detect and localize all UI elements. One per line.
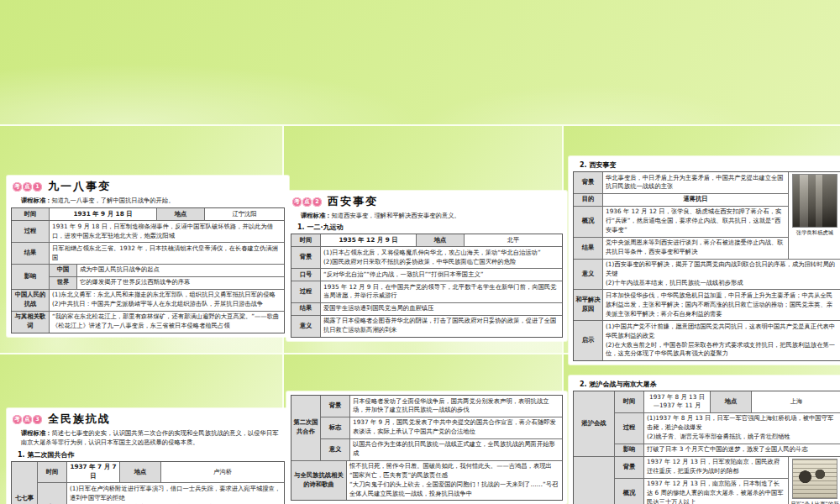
- cell-time: 1937 年 7 月 7 日: [66, 462, 119, 483]
- badge-circle: 考: [13, 415, 22, 424]
- row-label: 意义: [321, 439, 349, 460]
- table-row: 影响 打破了日本 3 个月灭亡中国的迷梦，激发了全国人民的斗志: [615, 444, 840, 456]
- table-row: 与全民族抗战相关的诗和歌曲 恨不抗日死，留作今日羞。国破尚如此，我何惜此头。——…: [291, 460, 562, 501]
- row-label: 背景: [615, 457, 643, 478]
- group-label-nanjing-massacre: 南京大屠杀: [574, 457, 614, 504]
- process-item: (1)1937 年 8 月 13 日，日军一军官强闯上海虹桥机场，被中国守军击毙…: [647, 414, 838, 433]
- panel-sept18-incident: 考 点 1 九一八事变 课程标准：知道九一八事变，了解中国抗日战争的开始。 时间…: [7, 176, 289, 337]
- row-label: 过程: [615, 413, 643, 444]
- table-row: 与其相关歌词 “我的家在东北松花江上，那里有森林煤矿，还有那满山遍野的大豆高粱。…: [12, 311, 284, 333]
- row-label: 过程: [12, 221, 49, 242]
- cell-time: 1937 年 8 月 13 日—1937 年 11 月: [643, 391, 710, 412]
- row-label: 影响: [615, 444, 643, 456]
- cell-process: 1935 年 12 月 9 日，在中国共产党的领导下，北平数千名学生在新华门前，…: [320, 281, 562, 302]
- cell-overview: 1937 年 12 月 13 日，南京陷落，日本制造了长达 6 周的惨绝人寰的南…: [643, 479, 788, 504]
- exam-point-badge: 考 点 1: [13, 182, 42, 192]
- group-label-songhu-battle: 淞沪会战: [574, 391, 614, 456]
- row-label: 影响: [12, 265, 49, 289]
- table-row-group: 背景 1937 年 12 月 13 日，日军攻陷南京，国民政府迁往重庆，把重庆作…: [615, 457, 840, 504]
- section-subtitle: 2. 淞沪会战与南京大屠杀: [580, 380, 840, 389]
- panel-shanghai-nanjing: 2. 淞沪会战与南京大屠杀 淞沪会战 时间 1937 年 8 月 13 日—19…: [569, 375, 840, 504]
- info-table: 第二次国共合作 背景 日本侵略者发动了全面侵华战争后，国共两党分别发表声明，表明…: [291, 395, 563, 501]
- panel-titlebar: 考 点 3 全民族抗战: [13, 412, 285, 427]
- process-item: (2)姚子青、谢晋元等率部奋勇抵抗，姚子青壮烈牺牲: [647, 433, 838, 442]
- cell-place: 北平: [464, 234, 562, 246]
- cell-overview: 1936 年 12 月 12 日，张学良、杨虎城在西安扣押了蒋介石，实行“兵谏”…: [602, 207, 788, 237]
- group-label-cooperation: 第二次国共合作: [291, 396, 320, 460]
- cell-result: 党中央派周恩来等到西安进行谈判，蒋介石被迫接受停止内战、联共抗日等条件，西安事变…: [602, 238, 788, 259]
- table-row: 中国人民的抗战 (1)东北义勇军：东北人民和未撤走的东北军部队，组织抗日义勇军抵…: [12, 289, 284, 311]
- row-label: 背景: [291, 247, 320, 268]
- table-row: 概况 1937 年 12 月 13 日，南京陷落，日本制造了长达 6 周的惨绝人…: [615, 478, 788, 504]
- table-row: 过程 (1)1937 年 8 月 13 日，日军一军官强闯上海虹桥机场，被中国守…: [615, 412, 840, 444]
- slides-page: 考 点 1 九一八事变 课程标准：知道九一八事变，了解中国抗日战争的开始。 时间…: [0, 0, 840, 504]
- photo-cell: 张学良和杨虎城: [788, 172, 840, 259]
- cell-place: 辽宁沈阳: [204, 208, 284, 220]
- table-row: 时间 1937 年 8 月 13 日—1937 年 11 月 地点 上海: [615, 391, 840, 412]
- row-label: 背景: [321, 396, 349, 417]
- row-label: 口号: [291, 269, 320, 281]
- lesson-item: (2)在大敌当前之时，中国各阶层采取各种方式要求或支持抗日，把民族利益放在第一位…: [606, 341, 838, 360]
- badge-circle: 点: [23, 182, 32, 192]
- table-row-group: 七七事变 时间 1937 年 7 月 7 日 地点 卢沟桥 过程 (1)日军在卢…: [12, 462, 284, 504]
- table-row-group: 第二次国共合作 背景 日本侵略者发动了全面侵华战争后，国共两党分别发表声明，表明…: [291, 396, 562, 460]
- song-item: “大刀向鬼子们的头上砍去，全国爱国的同胞们！抗战的一天来到了……”号召全体人民建…: [349, 480, 559, 499]
- table-row-group: 淞沪会战 时间 1937 年 8 月 13 日—1937 年 11 月 地点 上…: [574, 391, 840, 456]
- row-label: 时间: [12, 208, 49, 220]
- cell-peaceful-resolution-reason: 日本加快侵华步伐，中华民族危机日益加重，中日矛盾上升为主要矛盾；中共从全民族利益…: [602, 290, 840, 320]
- cell-background: 1937 年 12 月 13 日，日军攻陷南京，国民政府迁往重庆，把重庆作为战时…: [643, 457, 788, 478]
- row-label: 意义: [574, 260, 602, 290]
- right-rows: 时间 1937 年 8 月 13 日—1937 年 11 月 地点 上海 过程 …: [614, 391, 840, 456]
- resistance-item: (2)中共抗日：中国共产党派杨靖宇等人在东北组织游击队，开展抗日游击战争: [52, 300, 281, 309]
- row-label: 概况: [574, 207, 602, 237]
- badge-circle: 考: [13, 182, 22, 192]
- section-subtitle: 1. 一二·九运动: [297, 223, 563, 232]
- photo-caption: 张学良和杨虎城: [796, 229, 833, 237]
- cell-mark: 1937 年 9 月，国民党发表了中共中央提交的国共合作宣言，蒋介石随即发表谈话…: [349, 417, 562, 438]
- row-label: 结果: [12, 243, 49, 264]
- table-row: 结果 爱国学生运动遭到国民党当局的血腥镇压: [291, 302, 562, 315]
- row-label: 启示: [574, 321, 602, 360]
- row-label: 世界: [50, 277, 76, 289]
- cell-slogan: “反对华北自治”“停止内战，一致抗日”“打倒日本帝国主义”: [320, 269, 562, 281]
- row-label: 背景: [574, 172, 602, 193]
- cell-time: 1935 年 12 月 9 日: [320, 234, 416, 246]
- panel-xian-incident: 2. 西安事变 背景 华北事变后，中日矛盾上升为主要矛盾，中国共产党提出建立全国…: [569, 156, 840, 365]
- exam-point-badge: 考 点 3: [13, 415, 42, 424]
- table-row: 时间 1931 年 9 月 18 日 地点 辽宁沈阳: [12, 208, 284, 220]
- process-item: (1)日军在卢沟桥附近进行军事演习，借口一士兵失踪，要求进入宛平城搜查，遭到中国…: [70, 485, 281, 503]
- table-row: 背景 1937 年 12 月 13 日，日军攻陷南京，国民政府迁往重庆，把重庆作…: [615, 457, 788, 478]
- info-table: 背景 华北事变后，中日矛盾上升为主要矛盾，中国共产党提出建立全国抗日民族统一战线…: [573, 171, 840, 361]
- row-label: 地点: [119, 462, 160, 483]
- table-row: 和平解决原因 日本加快侵华步伐，中华民族危机日益加重，中日矛盾上升为主要矛盾；中…: [574, 289, 840, 320]
- standard-text: 知道西安事变，理解和平解决西安事变的意义。: [331, 212, 459, 219]
- table-row: 结果 党中央派周恩来等到西安进行谈判，蒋介石被迫接受停止内战、联共抗日等条件，西…: [574, 237, 788, 259]
- cell-impact: 打破了日本 3 个月灭亡中国的迷梦，激发了全国人民的斗志: [643, 444, 840, 456]
- panel-title: 西安事变: [328, 194, 378, 209]
- row-label-songs: 与全民族抗战相关的诗和歌曲: [291, 461, 346, 501]
- cell-background: 日本侵略者发动了全面侵华战争后，国共两党分别发表声明，表明抗战立场，并加快了建立…: [349, 396, 562, 417]
- background-item: (2)国民政府对日采取不抵抗的妥协政策，中华民族面临亡国灭种的危险: [323, 258, 559, 267]
- row-label: 地点: [416, 234, 464, 246]
- table-row: 时间 1937 年 7 月 7 日 地点 卢沟桥: [38, 462, 284, 483]
- slide-background-top-strip: [0, 0, 840, 124]
- cell-process: 1931 年 9 月 18 日，日军制造柳条湖事件，反诬中国军队破坏铁路，并以此…: [49, 221, 284, 242]
- photo-cell: 日军“杀人比赛”的新闻报道: [788, 457, 840, 504]
- table-row: 背景 (1)日本占领东北后，又将侵略魔爪伸向华北，攻占山海关，策动“华北自治运动…: [291, 246, 562, 268]
- table-row: 口号 “反对华北自治”“停止内战，一致抗日”“打倒日本帝国主义”: [291, 268, 562, 281]
- cell-songs: 恨不抗日死，留作今日羞。国破尚如此，我何惜此头。——吉鸿昌，表现出“国家兴亡，匹…: [346, 461, 562, 501]
- group-label-july7-incident: 七七事变: [12, 462, 37, 504]
- section-subtitle: 2. 西安事变: [580, 160, 840, 170]
- resistance-item: (1)东北义勇军：东北人民和未撤走的东北军部队，组织抗日义勇军抵抗日军的侵略: [52, 291, 281, 300]
- table-row: 时间 1935 年 12 月 9 日 地点 北平: [291, 234, 562, 246]
- standard-text: 知道九一八事变，了解中国抗日战争的开始。: [51, 197, 174, 204]
- grid-divider-horizontal: [0, 124, 840, 126]
- cell-process: (1)日军在卢沟桥附近进行军事演习，借口一士兵失踪，要求进入宛平城搜查，遭到中国…: [66, 483, 284, 504]
- curriculum-standard: 课程标准：简述七七事变的史实，认识国共第二次合作的实现和全民族抗战的意义，以侵华…: [21, 428, 283, 448]
- curriculum-standard: 课程标准：知道九一八事变，了解中国抗日战争的开始。: [21, 196, 283, 205]
- row-label: 和平解决原因: [574, 290, 602, 320]
- badge-circle: 3: [33, 415, 42, 424]
- row-label: 目的: [574, 194, 602, 206]
- cell-place: 上海: [751, 391, 840, 412]
- table-row: 启示 (1)中国共产党不计前嫌，愿意团结国民党共同抗日，这表明中国共产党是真正代…: [574, 320, 840, 360]
